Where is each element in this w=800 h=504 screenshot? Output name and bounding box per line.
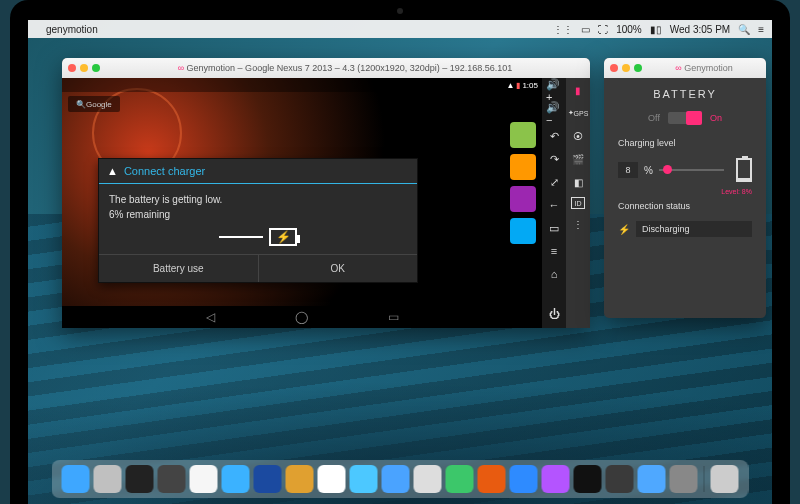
dock-trash-icon[interactable] (711, 465, 739, 493)
dock (52, 460, 749, 498)
dock-virtualbox-icon[interactable] (254, 465, 282, 493)
charging-level-input[interactable] (618, 162, 638, 178)
dock-finder-icon[interactable] (62, 465, 90, 493)
wifi-icon[interactable]: ⋮⋮ (553, 24, 573, 35)
dialog-battery-graphic: ⚡ (109, 228, 407, 246)
dock-messages-icon[interactable] (350, 465, 378, 493)
dock-genymotion-icon[interactable] (574, 465, 602, 493)
camera-dot (397, 8, 403, 14)
volume-down-button[interactable]: 🔊− (546, 105, 562, 121)
dock-calendar-icon[interactable] (318, 465, 346, 493)
dock-activity-icon[interactable] (158, 465, 186, 493)
emulator-window: ∞ Genymotion – Google Nexus 7 2013 – 4.3… (62, 58, 590, 328)
id-widget-button[interactable]: ID (571, 197, 585, 209)
power-button[interactable]: ⏻ (546, 308, 562, 324)
emulator-window-title: ∞ Genymotion – Google Nexus 7 2013 – 4.3… (106, 63, 584, 73)
connection-status-label: Connection status (618, 201, 752, 211)
connection-bolt-icon: ⚡ (618, 224, 630, 235)
app-icon-2[interactable] (510, 154, 536, 180)
battery-override-toggle[interactable] (668, 112, 702, 124)
connection-status-select[interactable]: Discharging (636, 221, 752, 237)
toggle-on-label: On (710, 113, 722, 123)
nav-back-icon[interactable]: ◁ (206, 310, 215, 324)
dock-safari-icon[interactable] (222, 465, 250, 493)
charging-level-slider[interactable] (659, 169, 724, 171)
dock-mail-icon[interactable] (382, 465, 410, 493)
battery-panel-zoom-button[interactable] (634, 64, 642, 72)
device-menu-button[interactable]: ≡ (546, 243, 562, 259)
dock-terminal-icon[interactable] (126, 465, 154, 493)
android-signal-icon: ▲ (507, 81, 515, 90)
gps-widget-button[interactable]: ✦GPS (570, 105, 586, 121)
bolt-icon: ⚡ (276, 228, 291, 246)
dock-dropbox-icon[interactable] (510, 465, 538, 493)
dialog-message-1: The battery is getting low. (109, 192, 407, 207)
battery-panel-title: ∞ Genymotion (648, 63, 760, 73)
home-app-column (510, 122, 536, 244)
monitor-bezel: genymotion ⋮⋮ ▭ ⛶ 100% ▮▯ Wed 3:05 PM 🔍 … (10, 0, 790, 504)
dock-installer-icon[interactable] (286, 465, 314, 493)
warning-icon: ▲ (107, 165, 118, 177)
dock-facetime-icon[interactable] (446, 465, 474, 493)
emulator-titlebar[interactable]: ∞ Genymotion – Google Nexus 7 2013 – 4.3… (62, 58, 590, 78)
more-widget-button[interactable]: ⋮ (570, 216, 586, 232)
rotate-right-button[interactable]: ↷ (546, 151, 562, 167)
battery-level-icon (736, 158, 752, 182)
dock-android-studio-icon[interactable] (606, 465, 634, 493)
battery-panel-titlebar[interactable]: ∞ Genymotion (604, 58, 766, 78)
app-icon-1[interactable] (510, 122, 536, 148)
traffic-lights (68, 64, 100, 72)
app-menu-name[interactable]: genymotion (46, 24, 98, 35)
dock-preferences-icon[interactable] (670, 465, 698, 493)
dock-chrome-icon[interactable] (190, 465, 218, 493)
spotlight-icon[interactable]: 🔍 (738, 24, 750, 35)
battery-panel-window: ∞ Genymotion BATTERY Off On Charging lev… (604, 58, 766, 318)
capture-widget-button[interactable]: 🎬 (570, 151, 586, 167)
notification-center-icon[interactable]: ≡ (758, 24, 764, 35)
dock-preview-icon[interactable] (414, 465, 442, 493)
android-status-bar[interactable]: ▲ ▮ 1:05 (62, 78, 542, 92)
app-icon-4[interactable] (510, 218, 536, 244)
camera-widget-button[interactable]: ⦿ (570, 128, 586, 144)
dock-app-store-icon[interactable] (638, 465, 666, 493)
battery-icon[interactable]: ▮▯ (650, 24, 662, 35)
dock-firefox-icon[interactable] (478, 465, 506, 493)
toggle-off-label: Off (648, 113, 660, 123)
device-home-button[interactable]: ⌂ (546, 266, 562, 282)
emulator-device-toolbar: 🔊+ 🔊− ↶ ↷ ⤢ ← ▭ ≡ ⌂ ⏻ (542, 78, 566, 328)
dock-launchpad-icon[interactable] (94, 465, 122, 493)
android-battery-icon: ▮ (516, 81, 520, 90)
remote-widget-button[interactable]: ◧ (570, 174, 586, 190)
dialog-title: Connect charger (124, 165, 205, 177)
google-search-widget[interactable]: 🔍 Google (68, 96, 120, 112)
display-icon[interactable]: ▭ (581, 24, 590, 35)
battery-widget-button[interactable]: ▮ (570, 82, 586, 98)
nav-home-icon[interactable]: ◯ (295, 310, 308, 324)
android-clock: 1:05 (522, 81, 538, 90)
device-recent-button[interactable]: ▭ (546, 220, 562, 236)
battery-panel-minimize-button[interactable] (622, 64, 630, 72)
device-back-button[interactable]: ← (546, 197, 562, 213)
dock-itunes-icon[interactable] (542, 465, 570, 493)
charging-level-label: Charging level (618, 138, 752, 148)
battery-panel-close-button[interactable] (610, 64, 618, 72)
fullscreen-icon[interactable]: ⛶ (598, 24, 608, 35)
nav-recent-icon[interactable]: ▭ (388, 310, 399, 324)
zoom-window-button[interactable] (92, 64, 100, 72)
low-battery-dialog: ▲ Connect charger The battery is getting… (98, 158, 418, 283)
close-window-button[interactable] (68, 64, 76, 72)
rotate-left-button[interactable]: ↶ (546, 128, 562, 144)
battery-percent[interactable]: 100% (616, 24, 642, 35)
battery-use-button[interactable]: Battery use (99, 255, 259, 282)
ok-button[interactable]: OK (259, 255, 418, 282)
fullscreen-button[interactable]: ⤢ (546, 174, 562, 190)
mac-menubar: genymotion ⋮⋮ ▭ ⛶ 100% ▮▯ Wed 3:05 PM 🔍 … (28, 20, 772, 38)
minimize-window-button[interactable] (80, 64, 88, 72)
android-screen[interactable]: ▲ ▮ 1:05 🔍 Google ▲ Connec (62, 78, 542, 328)
menubar-clock[interactable]: Wed 3:05 PM (670, 24, 730, 35)
dialog-message-2: 6% remaining (109, 207, 407, 222)
dialog-header: ▲ Connect charger (99, 159, 417, 184)
volume-up-button[interactable]: 🔊+ (546, 82, 562, 98)
app-icon-3[interactable] (510, 186, 536, 212)
battery-panel-heading: BATTERY (618, 88, 752, 100)
